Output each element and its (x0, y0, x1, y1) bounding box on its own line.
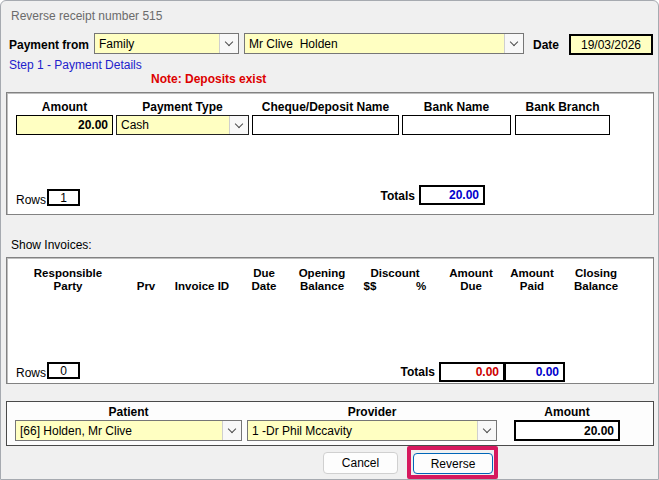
payment-header-bank-branch: Bank Branch (515, 100, 610, 114)
invoice-total-due: 0.00 (439, 362, 505, 382)
chevron-down-icon (219, 34, 238, 53)
amount-field[interactable]: 20.00 (16, 115, 113, 135)
payment-header-bank-name: Bank Name (402, 100, 511, 114)
invoice-header-responsible-party: Responsible Party (23, 265, 113, 293)
invoice-header-closing-balance: Closing Balance (556, 265, 636, 293)
invoice-header-discount-percent: % (411, 265, 431, 293)
reverse-button[interactable]: Reverse (413, 453, 493, 474)
invoice-rows-count: 0 (47, 362, 80, 379)
patient-label: Patient (15, 405, 242, 419)
invoice-header-opening-balance: Opening Balance (282, 265, 362, 293)
footer-panel: Patient Provider Amount [66] Holden, Mr … (6, 401, 654, 446)
footer-amount-field[interactable]: 20.00 (514, 420, 620, 441)
provider-select[interactable]: 1 -Dr Phil Mccavity (247, 420, 497, 441)
payment-type-value: Cash (117, 116, 229, 134)
show-invoices-label: Show Invoices: (11, 238, 92, 252)
payment-rows-label: Rows (16, 193, 46, 207)
payment-header-cheque-name: Cheque/Deposit Name (252, 100, 399, 114)
patient-select[interactable]: [66] Holden, Mr Clive (15, 420, 242, 441)
payer-name-select[interactable]: Mr Clive Holden (244, 33, 524, 54)
reverse-receipt-dialog: Reverse receipt number 515 Payment from … (0, 0, 659, 480)
invoice-header-prv: Prv (126, 265, 166, 293)
invoice-total-paid: 0.00 (504, 362, 565, 382)
payer-type-select[interactable]: Family (94, 33, 239, 54)
payment-from-label: Payment from (9, 38, 89, 52)
amount-label: Amount (514, 405, 620, 419)
step-1-label: Step 1 - Payment Details (9, 58, 142, 72)
dialog-title: Reverse receipt number 515 (11, 9, 162, 23)
payment-header-payment-type: Payment Type (116, 100, 249, 114)
bank-branch-field[interactable] (515, 115, 610, 135)
provider-label: Provider (247, 405, 497, 419)
bank-name-field[interactable] (402, 115, 511, 135)
date-input[interactable]: 19/03/2026 (569, 34, 653, 55)
cheque-deposit-name-field[interactable] (252, 115, 399, 135)
invoice-totals-label: Totals (337, 362, 435, 382)
invoices-panel: Responsible Party Prv Invoice ID Due Dat… (6, 257, 654, 384)
date-label: Date (533, 38, 559, 52)
chevron-down-icon (477, 421, 496, 440)
patient-value: [66] Holden, Mr Clive (16, 421, 222, 440)
cancel-button[interactable]: Cancel (323, 452, 398, 474)
provider-value: 1 -Dr Phil Mccavity (248, 421, 477, 440)
payer-type-value: Family (95, 34, 219, 53)
invoice-header-invoice-id: Invoice ID (162, 265, 242, 293)
chevron-down-icon (229, 116, 248, 134)
deposits-note: Note: Deposits exist (151, 72, 266, 86)
payment-totals-amount: 20.00 (419, 185, 485, 205)
payment-totals-label: Totals (337, 186, 415, 206)
payer-name-value: Mr Clive Holden (245, 34, 504, 53)
payment-type-select[interactable]: Cash (116, 115, 249, 135)
invoice-rows-label: Rows (16, 366, 46, 380)
invoice-header-discount-dollars: $$ (360, 265, 380, 293)
payment-header-amount: Amount (16, 100, 113, 114)
payment-rows-count: 1 (47, 189, 80, 206)
chevron-down-icon (504, 34, 523, 53)
payment-details-panel: Amount Payment Type Cheque/Deposit Name … (6, 92, 654, 215)
chevron-down-icon (222, 421, 241, 440)
